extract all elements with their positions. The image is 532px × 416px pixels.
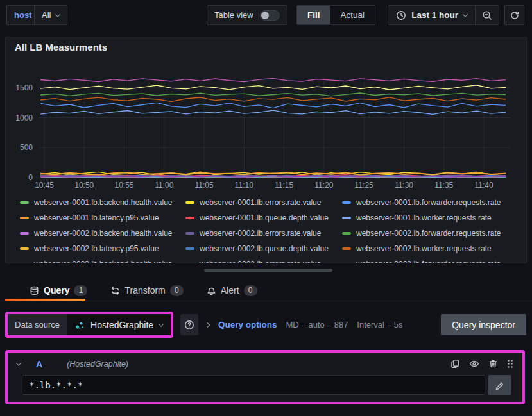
copy-icon (450, 359, 460, 369)
legend-swatch (20, 201, 29, 204)
y-axis-tick-label: 0 (7, 173, 33, 182)
timeseries-panel[interactable]: All LB Measurments 050010001500 10:4510:… (5, 37, 527, 263)
zoom-out-icon (482, 10, 492, 21)
legend-item[interactable]: webserver-0002.lb.queue.depth.value (185, 242, 342, 254)
chevron-right-icon (205, 322, 210, 327)
legend-item[interactable]: webserver-0002.lb.worker.requests.rate (342, 242, 520, 254)
x-axis-tick-label: 11:10 (230, 181, 258, 190)
legend-swatch (342, 201, 351, 204)
legend-swatch (185, 217, 194, 219)
x-axis-tick-label: 11:40 (470, 181, 498, 190)
graphite-query-input[interactable] (22, 375, 485, 395)
legend-item[interactable]: webserver-0002.lb.latency.p95.value (20, 242, 185, 254)
legend-item[interactable]: webserver-0001.lb.queue.depth.value (185, 212, 342, 224)
panel-resize-handle[interactable] (204, 269, 332, 272)
active-tab-indicator (5, 299, 85, 301)
query-row-actions (450, 359, 513, 369)
toggle-knob (261, 12, 269, 19)
x-axis-tick-label: 10:50 (70, 181, 98, 190)
legend-series-name: webserver-0002.lb.errors.rate.value (200, 229, 321, 238)
datasource-highlight-box: Data source HostedGraphite (5, 312, 173, 338)
tab-query-label: Query (44, 285, 69, 295)
actual-button[interactable]: Actual (330, 6, 375, 24)
legend-series-name: webserver-0003.lb.forwarder.requests.rat… (356, 260, 501, 264)
query-datasource-hint: (HostedGraphite) (67, 360, 128, 369)
legend-series-name: webserver-0001.lb.errors.rate.value (200, 198, 321, 207)
tab-transform-label: Transform (124, 285, 165, 295)
hostedgraphite-logo-icon (74, 320, 85, 330)
query-editor-highlight-box: A (HostedGraphite) (5, 350, 525, 404)
y-axis-tick-label: 500 (7, 143, 33, 152)
legend-swatch (342, 247, 351, 250)
template-variable-dropdown[interactable]: All (34, 5, 67, 25)
legend-item[interactable]: webserver-0002.lb.errors.rate.value (185, 227, 342, 239)
refresh-icon (510, 10, 520, 21)
datasource-help-button[interactable] (180, 314, 198, 335)
x-axis-tick-label: 11:25 (350, 181, 378, 190)
legend-swatch (185, 201, 194, 204)
query-options-link[interactable]: Query options (218, 320, 277, 329)
clock-icon (396, 10, 406, 21)
legend-series-name: webserver-0002.lb.forwarder.requests.rat… (356, 229, 501, 238)
legend-series-name: webserver-0001.lb.latency.p95.value (34, 213, 159, 222)
x-axis: 10:4510:5010:5511:0011:0511:1011:1511:20… (38, 181, 511, 191)
chart-series-line (40, 78, 506, 81)
legend-swatch (20, 263, 29, 264)
max-data-points-text: MD = auto = 887 (286, 320, 348, 329)
hide-query-button[interactable] (469, 359, 479, 369)
chart-legend: webserver-0001.lb.backend.health.valuewe… (20, 196, 520, 263)
legend-swatch (342, 217, 351, 219)
drag-query-handle[interactable] (507, 359, 513, 369)
legend-series-name: webserver-0001.lb.queue.depth.value (200, 213, 329, 222)
chart-series-line (40, 103, 506, 108)
duplicate-query-button[interactable] (450, 359, 460, 369)
legend-swatch (342, 232, 351, 235)
legend-item[interactable]: webserver-0001.lb.latency.p95.value (20, 212, 185, 224)
x-axis-tick-label: 11:35 (430, 181, 458, 190)
tab-alert[interactable]: Alert 0 (207, 280, 257, 301)
refresh-button[interactable] (504, 5, 524, 25)
x-axis-tick-label: 11:20 (310, 181, 338, 190)
legend-item[interactable]: webserver-0003.lb.errors.rate.value (185, 258, 342, 263)
tab-transform[interactable]: Transform 0 (110, 280, 183, 301)
legend-item[interactable]: webserver-0001.lb.backend.health.value (20, 196, 185, 208)
pencil-icon (495, 380, 504, 390)
delete-query-button[interactable] (488, 359, 498, 369)
datasource-picker[interactable]: HostedGraphite (67, 314, 171, 335)
eye-icon (469, 359, 479, 369)
collapse-query-chevron-icon[interactable] (16, 360, 21, 365)
y-axis-tick-label: 1500 (7, 83, 33, 92)
time-range-picker[interactable]: Last 1 hour (388, 6, 475, 24)
query-inspector-button[interactable]: Query inspector (441, 314, 526, 335)
toggle-text-edit-button[interactable] (488, 375, 511, 395)
legend-item[interactable]: webserver-0003.lb.backend.health.value (20, 258, 185, 263)
tab-alert-count: 0 (244, 285, 257, 296)
dashboard-toolbar: host All Table view Fill Actual Last 1 h… (0, 0, 532, 30)
tab-query-count: 1 (74, 285, 87, 296)
legend-swatch (185, 247, 194, 250)
legend-series-name: webserver-0002.lb.latency.p95.value (34, 244, 159, 253)
legend-item[interactable]: webserver-0001.lb.forwarder.requests.rat… (342, 196, 520, 208)
chart-plot[interactable] (38, 77, 511, 178)
query-row-header[interactable]: A (HostedGraphite) (8, 353, 522, 375)
tab-query[interactable]: Query 1 (30, 280, 87, 301)
x-axis-tick-label: 11:05 (190, 181, 218, 190)
legend-swatch (20, 232, 29, 235)
x-axis-tick-label: 10:55 (110, 181, 139, 190)
legend-item[interactable]: webserver-0002.lb.forwarder.requests.rat… (342, 227, 520, 239)
query-ref-id: A (36, 359, 42, 369)
legend-swatch (20, 247, 29, 250)
chevron-down-icon (463, 12, 468, 17)
legend-item[interactable]: webserver-0002.lb.backend.health.value (20, 227, 185, 239)
legend-item[interactable]: webserver-0001.lb.errors.rate.value (185, 196, 342, 208)
legend-item[interactable]: webserver-0003.lb.forwarder.requests.rat… (342, 258, 520, 263)
table-view-toggle[interactable] (260, 10, 280, 21)
tab-transform-count: 0 (170, 285, 184, 296)
datasource-value: HostedGraphite (90, 320, 153, 330)
legend-series-name: webserver-0001.lb.backend.health.value (34, 198, 172, 207)
legend-item[interactable]: webserver-0001.lb.worker.requests.rate (342, 212, 520, 224)
fill-button[interactable]: Fill (297, 6, 330, 24)
template-variable-value: All (42, 10, 51, 20)
zoom-out-button[interactable] (476, 6, 499, 24)
legend-series-name: webserver-0001.lb.worker.requests.rate (356, 213, 492, 222)
